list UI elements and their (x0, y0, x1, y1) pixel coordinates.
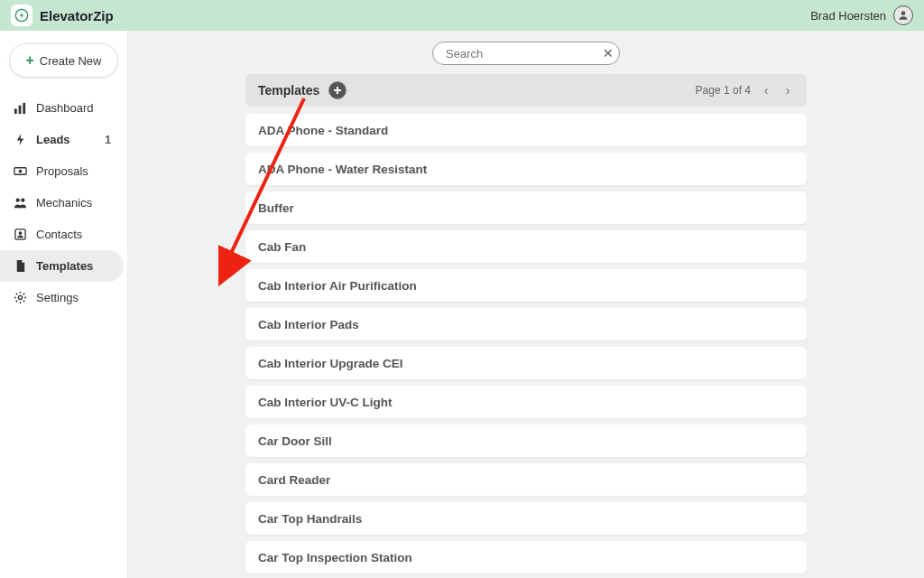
sidebar-item-label: Templates (36, 259, 111, 273)
sidebar-item-label: Mechanics (36, 196, 111, 210)
svg-point-10 (18, 231, 22, 235)
template-row[interactable]: Cab Interior UV-C Light (245, 386, 807, 418)
money-icon (13, 164, 27, 179)
gear-icon (13, 291, 27, 305)
content: Templates Page 1 of 4 ‹ › ADA Phone - St… (128, 74, 924, 573)
template-name: Car Door Sill (258, 434, 332, 448)
plus-icon: + (26, 53, 34, 68)
template-name: Car Top Handrails (258, 512, 362, 526)
svg-rect-2 (14, 108, 16, 114)
user-name: Brad Hoersten (810, 9, 886, 23)
template-row[interactable]: Buffer (245, 191, 807, 224)
sidebar-item-contacts[interactable]: Contacts (0, 219, 124, 250)
chart-bar-icon (13, 101, 27, 116)
prev-page-button[interactable]: ‹ (760, 83, 772, 98)
add-template-button[interactable] (328, 81, 346, 99)
template-row[interactable]: ADA Phone - Water Resistant (245, 153, 807, 185)
sidebar-item-label: Dashboard (36, 101, 111, 115)
svg-point-1 (901, 11, 906, 15)
template-name: Cab Interior UV-C Light (258, 396, 393, 409)
svg-rect-3 (18, 106, 21, 114)
svg-point-8 (21, 199, 24, 202)
search-input[interactable] (446, 47, 597, 61)
template-name: ADA Phone - Water Resistant (258, 163, 427, 176)
template-row[interactable]: Cab Interior Upgrade CEI (245, 347, 807, 379)
template-name: Card Reader (258, 473, 330, 487)
person-icon (897, 9, 910, 22)
sidebar-item-label: Leads (36, 133, 96, 146)
template-row[interactable]: Cab Interior Pads (245, 308, 807, 340)
svg-point-6 (18, 170, 22, 173)
contact-icon (13, 228, 27, 242)
search-wrap: ✕ (128, 42, 924, 65)
list-header: Templates Page 1 of 4 ‹ › (245, 74, 807, 107)
svg-rect-4 (23, 103, 25, 114)
create-new-label: Create New (40, 54, 102, 68)
list-title: Templates (258, 83, 319, 98)
template-row[interactable]: Card Reader (245, 463, 807, 496)
bolt-icon (13, 133, 27, 147)
avatar[interactable] (893, 5, 913, 25)
brand-logo (11, 5, 32, 26)
template-row[interactable]: Cab Fan (245, 230, 807, 263)
template-row[interactable]: Car Door Sill (245, 424, 807, 457)
sidebar-item-proposals[interactable]: Proposals (0, 155, 124, 187)
people-icon (13, 196, 27, 210)
template-row[interactable]: Cab Interior Air Purification (245, 269, 807, 302)
template-name: Cab Fan (258, 240, 306, 254)
clear-search-icon[interactable]: ✕ (603, 46, 614, 61)
template-row[interactable]: ADA Phone - Standard (245, 114, 807, 146)
create-new-button[interactable]: + Create New (9, 43, 118, 78)
plus-circle-icon (332, 85, 343, 96)
brand: ElevatorZip (11, 5, 114, 26)
template-row[interactable]: Car Top Inspection Station (245, 541, 807, 573)
sidebar-item-label: Contacts (36, 228, 111, 241)
next-page-button[interactable]: › (781, 83, 794, 98)
sidebar: + Create New Dashboard Leads 1 Proposals… (0, 31, 128, 578)
template-name: Buffer (258, 201, 294, 215)
sidebar-item-label: Proposals (36, 164, 111, 178)
sidebar-item-mechanics[interactable]: Mechanics (0, 187, 124, 219)
sidebar-item-templates[interactable]: Templates (0, 250, 124, 282)
document-icon (13, 259, 27, 274)
svg-point-7 (15, 199, 19, 202)
sidebar-item-dashboard[interactable]: Dashboard (0, 92, 124, 124)
template-name: ADA Phone - Standard (258, 124, 388, 137)
nav: Dashboard Leads 1 Proposals Mechanics Co… (0, 92, 127, 313)
sidebar-item-label: Settings (36, 291, 111, 304)
template-name: Cab Interior Upgrade CEI (258, 357, 403, 370)
bolt-icon (14, 8, 29, 23)
template-name: Car Top Inspection Station (258, 551, 412, 564)
sidebar-item-settings[interactable]: Settings (0, 282, 124, 313)
template-name: Cab Interior Air Purification (258, 279, 417, 293)
svg-point-11 (18, 295, 22, 299)
main: ✕ Templates Page 1 of 4 ‹ › ADA Phone - … (128, 31, 924, 578)
search-box[interactable]: ✕ (432, 42, 620, 65)
page-indicator: Page 1 of 4 (696, 84, 751, 97)
app-header: ElevatorZip Brad Hoersten (0, 0, 924, 31)
brand-name: ElevatorZip (40, 8, 114, 23)
template-row[interactable]: Car Top Handrails (245, 502, 807, 535)
sidebar-badge: 1 (105, 134, 111, 146)
sidebar-item-leads[interactable]: Leads 1 (0, 124, 124, 155)
user-area[interactable]: Brad Hoersten (810, 5, 913, 25)
template-name: Cab Interior Pads (258, 318, 359, 331)
